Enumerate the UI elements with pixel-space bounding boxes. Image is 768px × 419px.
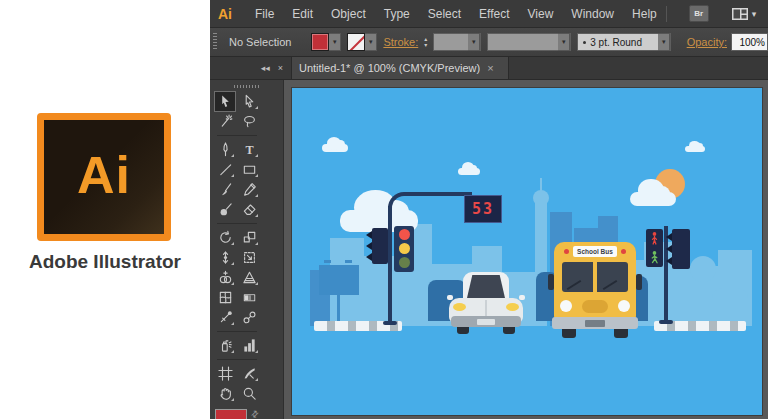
gradient-tool[interactable] bbox=[239, 288, 259, 307]
illustrator-window: Ai FileEditObjectTypeSelectEffectViewWin… bbox=[210, 0, 768, 419]
magic-wand-tool[interactable] bbox=[215, 112, 235, 131]
free-transform-tool[interactable] bbox=[239, 248, 259, 267]
swap-fill-stroke-icon[interactable]: ⇄ bbox=[249, 408, 261, 419]
slice-tool[interactable] bbox=[239, 364, 259, 383]
countdown-value: 53 bbox=[472, 200, 494, 218]
bus-marker-light bbox=[621, 249, 626, 254]
stroke-label-link[interactable]: Stroke: bbox=[383, 36, 418, 48]
blend-tool[interactable] bbox=[239, 308, 259, 327]
close-panel-icon[interactable]: × bbox=[278, 63, 283, 73]
menu-bar-right: Br ▾ bbox=[666, 5, 768, 22]
variable-width-profile-dropdown[interactable]: ▾ bbox=[487, 33, 571, 51]
paintbrush-tool[interactable] bbox=[215, 180, 235, 199]
dropdown-arrow-icon[interactable]: ▾ bbox=[658, 33, 670, 51]
perspective-grid-tool[interactable] bbox=[239, 268, 259, 287]
stroke-weight-stepper[interactable]: ▴ ▾ bbox=[424, 36, 427, 48]
fill-color-swatch[interactable] bbox=[311, 33, 329, 51]
selection-tool[interactable] bbox=[215, 92, 235, 111]
eraser-tool[interactable] bbox=[239, 200, 259, 219]
cloud bbox=[630, 192, 676, 206]
tree-trunk bbox=[701, 278, 705, 322]
tools-dock-header: ◂◂ × bbox=[210, 57, 292, 79]
dropdown-arrow-icon[interactable]: ▾ bbox=[558, 33, 570, 51]
shape-builder-tool[interactable] bbox=[215, 268, 235, 287]
stroke-color-swatch-none[interactable] bbox=[347, 33, 365, 51]
tools-grid: T bbox=[210, 92, 283, 403]
bus-marker-light bbox=[564, 249, 569, 254]
canvas-pasteboard[interactable]: 53 bbox=[284, 80, 768, 419]
artboard-tool[interactable] bbox=[215, 364, 235, 383]
bridge-button[interactable]: Br bbox=[689, 5, 709, 22]
menu-help[interactable]: Help bbox=[623, 7, 666, 21]
tab-close-icon[interactable]: × bbox=[487, 62, 493, 74]
workspace-switcher[interactable]: ▾ bbox=[731, 7, 757, 21]
symbol-sprayer-tool[interactable] bbox=[215, 336, 235, 355]
menu-edit[interactable]: Edit bbox=[283, 7, 322, 21]
column-graph-tool[interactable] bbox=[239, 336, 259, 355]
menu-effect[interactable]: Effect bbox=[470, 7, 518, 21]
collapse-panel-icon[interactable]: ◂◂ bbox=[261, 63, 270, 73]
stroke-color-control[interactable]: ▾ bbox=[347, 33, 377, 51]
rectangle-tool[interactable] bbox=[239, 160, 259, 179]
traffic-light bbox=[394, 226, 414, 272]
document-tab[interactable]: Untitled-1* @ 100% (CMYK/Preview) × bbox=[292, 57, 509, 79]
dropdown-arrow-icon[interactable]: ▾ bbox=[468, 33, 480, 51]
hooded-signal bbox=[672, 229, 690, 269]
menu-type[interactable]: Type bbox=[375, 7, 419, 21]
none-diagonal-icon bbox=[349, 33, 365, 51]
blob-brush-tool[interactable] bbox=[215, 200, 235, 219]
width-tool[interactable] bbox=[215, 248, 235, 267]
control-bar: No Selection ▾ ▾ Stroke: ▴ ▾ ▾ ▾ bbox=[210, 28, 768, 57]
bush bbox=[712, 288, 748, 322]
menu-bar: Ai FileEditObjectTypeSelectEffectViewWin… bbox=[210, 0, 768, 28]
menu-select[interactable]: Select bbox=[419, 7, 470, 21]
ped-signal-base bbox=[659, 320, 673, 324]
rotate-tool[interactable] bbox=[215, 228, 235, 247]
menu-file[interactable]: File bbox=[246, 7, 283, 21]
mesh-tool[interactable] bbox=[215, 288, 235, 307]
bus-license-plate bbox=[585, 320, 605, 327]
zoom-tool[interactable] bbox=[239, 384, 259, 403]
brush-definition-dropdown[interactable]: 3 pt. Round ▾ bbox=[577, 33, 671, 51]
opacity-label-link[interactable]: Opacity: bbox=[687, 36, 727, 48]
opacity-control: Opacity: 100% bbox=[687, 33, 768, 51]
countdown-sign: 53 bbox=[464, 195, 502, 223]
scale-tool[interactable] bbox=[239, 228, 259, 247]
fill-color-control[interactable]: ▾ bbox=[311, 33, 341, 51]
menu-separator bbox=[666, 6, 667, 22]
panel-grip-icon bbox=[213, 33, 217, 51]
menu-object[interactable]: Object bbox=[322, 7, 375, 21]
tools-separator bbox=[217, 135, 257, 136]
red-light bbox=[399, 229, 410, 240]
line-segment-tool[interactable] bbox=[215, 160, 235, 179]
fill-stroke-indicator: ⇄ bbox=[210, 403, 283, 419]
toolbox-fill-swatch[interactable] bbox=[215, 409, 247, 419]
signal-arm bbox=[388, 192, 472, 210]
type-tool[interactable]: T bbox=[239, 140, 259, 159]
eyedropper-tool[interactable] bbox=[215, 308, 235, 327]
car-windshield bbox=[467, 275, 505, 298]
hand-tool[interactable] bbox=[215, 384, 235, 403]
menu-window[interactable]: Window bbox=[562, 7, 623, 21]
brush-definition-value: 3 pt. Round bbox=[586, 37, 658, 48]
stroke-weight-dropdown[interactable]: ▾ bbox=[433, 33, 481, 51]
menu-view[interactable]: View bbox=[519, 7, 563, 21]
pedestrian-signal bbox=[646, 229, 663, 267]
cloud bbox=[458, 168, 480, 175]
bus-grille bbox=[582, 300, 608, 313]
car-headlight bbox=[506, 303, 519, 311]
stepper-down-icon[interactable]: ▾ bbox=[424, 42, 427, 48]
direct-selection-tool[interactable] bbox=[239, 92, 259, 111]
lasso-tool[interactable] bbox=[239, 112, 259, 131]
pen-tool[interactable] bbox=[215, 140, 235, 159]
artboard[interactable]: 53 bbox=[292, 88, 762, 415]
logo-ai-text: Ai bbox=[77, 145, 131, 205]
dropdown-arrow-icon[interactable]: ▾ bbox=[365, 33, 377, 51]
pencil-tool[interactable] bbox=[239, 180, 259, 199]
opacity-field[interactable]: 100% bbox=[731, 33, 768, 51]
cloud bbox=[322, 144, 348, 152]
dropdown-arrow-icon[interactable]: ▾ bbox=[329, 33, 341, 51]
cloud bbox=[685, 146, 705, 152]
selection-status: No Selection bbox=[229, 36, 291, 48]
car bbox=[449, 272, 523, 335]
